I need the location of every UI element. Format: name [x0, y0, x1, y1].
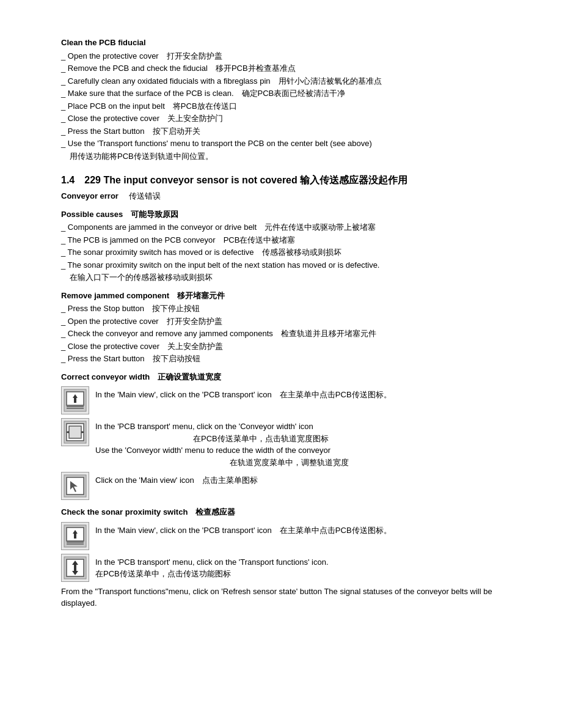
- svg-rect-8: [69, 426, 81, 438]
- sonar-icon-row-2: In the 'PCB transport' menu, click on th…: [61, 554, 513, 582]
- sonar-svg-2: [63, 556, 87, 580]
- transport-svg-1: [63, 388, 87, 413]
- cause-3: The sonar proximity switch has moved or …: [61, 246, 513, 259]
- main-view-icon: [61, 472, 89, 500]
- step-place-pcb: Place PCB on the input belt 将PCB放在传送口: [61, 100, 513, 112]
- correct-conveyor-section: Correct conveyor width 正确设置轨道宽度 In the '…: [61, 371, 513, 501]
- conveyor-icon-row-1: In the 'Main view', click on the 'PCB tr…: [61, 386, 513, 414]
- svg-rect-19: [74, 534, 76, 539]
- transport-svg-2: [63, 420, 87, 444]
- check-sonar-section: Check the sonar proximity switch 检查感应器 I…: [61, 506, 513, 609]
- step-open-cover: Open the protective cover 打开安全防护盖: [61, 50, 513, 62]
- svg-rect-3: [74, 398, 76, 403]
- step-remove-pcb: Remove the PCB and check the fiducial 移开…: [61, 62, 513, 75]
- conveyor-error-chinese: 传送错误: [121, 191, 161, 200]
- sonar-icon-row-1: In the 'Main view', click on the 'PCB tr…: [61, 522, 513, 550]
- conveyor-icon-row-2: In the 'PCB transport' menu, click on th…: [61, 418, 513, 468]
- conveyor-icon-row-3: Click on the 'Main view' icon 点击主菜单图标: [61, 472, 513, 500]
- main-view-text: Click on the 'Main view' icon 点击主菜单图标: [95, 472, 513, 487]
- transport-svg-3: [63, 474, 87, 498]
- conveyor-error-bold: Conveyor error: [61, 191, 119, 200]
- clean-pcb-section: Clean the PCB fiducial Open the protecti…: [61, 37, 513, 162]
- sonar-transport-chinese: 在PCB传送菜单中，点击传送功能图标: [95, 569, 231, 578]
- remove-jammed-title: Remove jammed component 移开堵塞元件: [61, 290, 513, 302]
- sonar-transport-functions-icon: [61, 554, 89, 582]
- sonar-pcb-transport-icon: [61, 522, 89, 550]
- step-press-start: Press the Start button 按下启动开关: [61, 125, 513, 138]
- step-clean-fiducials: Carefully clean any oxidated fiducials w…: [61, 75, 513, 87]
- conveyor-reduce-chinese: 在轨道宽度菜单中，调整轨道宽度: [95, 457, 513, 469]
- cause-4: The sonar proximity switch on the input …: [61, 259, 513, 271]
- step-transport-menu: Use the 'Transport functions' menu to tr…: [61, 138, 513, 150]
- section-14: 1.4 229 The input conveyor sensor is not…: [61, 173, 513, 609]
- sonar-icon-text-2: In the 'PCB transport' menu, click on th…: [95, 554, 513, 580]
- cause-2: The PCB is jammed on the PCB conveyor PC…: [61, 234, 513, 246]
- pcb-transport-icon-1: [61, 386, 89, 414]
- step-surface-clean: Make sure that the surface of the PCB is…: [61, 87, 513, 100]
- sonar-icon-text-1: In the 'Main view', click on the 'PCB tr…: [95, 522, 513, 537]
- sonar-transport-text: In the 'PCB transport' menu, click on th…: [95, 557, 329, 567]
- conveyor-icon-text-1: In the 'Main view', click on the 'PCB tr…: [95, 386, 513, 401]
- correct-conveyor-title: Correct conveyor width 正确设置轨道宽度: [61, 371, 513, 383]
- conveyor-width-chinese: 在PCB传送菜单中，点击轨道宽度图标: [95, 433, 513, 445]
- remove-jammed-section: Remove jammed component 移开堵塞元件 Press the…: [61, 290, 513, 365]
- rj-step-4: Close the protective cover 关上安全防护盖: [61, 340, 513, 353]
- step-close-cover: Close the protective cover 关上安全防护门: [61, 112, 513, 125]
- cause-4-continuation: 在输入口下一个的传感器被移动或则损坏: [61, 271, 513, 284]
- rj-step-3: Check the conveyor and remove any jammed…: [61, 328, 513, 340]
- conveyor-width-icon: [61, 418, 89, 446]
- sonar-svg-1: [63, 524, 87, 548]
- check-sonar-title: Check the sonar proximity switch 检查感应器: [61, 506, 513, 518]
- conveyor-error-label: Conveyor error 传送错误: [61, 190, 513, 202]
- conveyor-reduce-text: Use the 'Conveyor width' menu to reduce …: [95, 446, 330, 455]
- step-transport-continuation: 用传送功能将PCB传送到轨道中间位置。: [61, 150, 513, 163]
- conveyor-width-text: In the 'PCB transport' menu, click on th…: [95, 422, 313, 431]
- possible-causes-section: Possible causes 可能导致原因 Components are ja…: [61, 208, 513, 284]
- section-14-heading: 1.4 229 The input conveyor sensor is not…: [61, 173, 513, 188]
- sonar-final-text: From the "Transport functions"menu, clic…: [61, 586, 513, 609]
- cause-1: Components are jammed in the conveyor or…: [61, 221, 513, 233]
- rj-step-2: Open the protective cover 打开安全防护盖: [61, 315, 513, 328]
- rj-step-5: Press the Start button 按下启动按钮: [61, 353, 513, 365]
- clean-pcb-title: Clean the PCB fiducial: [61, 37, 513, 49]
- svg-rect-27: [74, 567, 76, 571]
- conveyor-icon-text-2: In the 'PCB transport' menu, click on th…: [95, 418, 513, 468]
- rj-step-1: Press the Stop button 按下停止按钮: [61, 303, 513, 315]
- possible-causes-title: Possible causes 可能导致原因: [61, 208, 513, 221]
